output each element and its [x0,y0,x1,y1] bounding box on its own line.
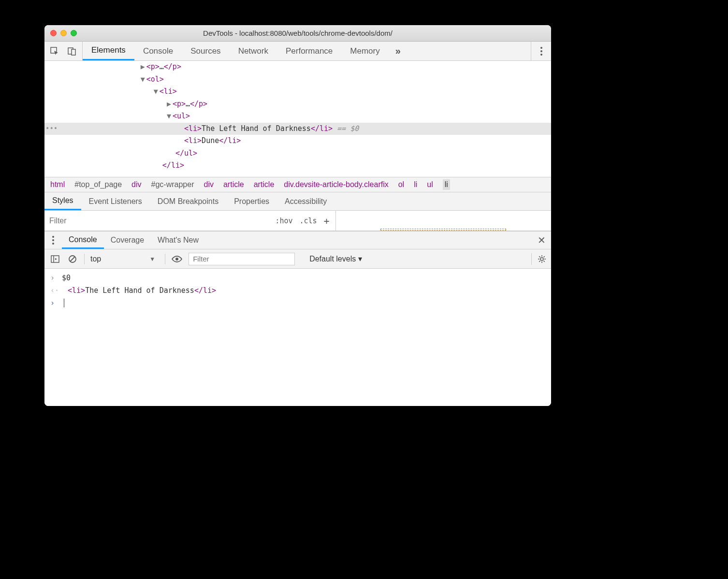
tag-open: <p> [146,62,160,71]
tab-dom-breakpoints[interactable]: DOM Breakpoints [150,192,226,210]
tab-accessibility[interactable]: Accessibility [277,192,335,210]
close-window-button[interactable] [50,30,57,36]
maximize-window-button[interactable] [71,30,77,36]
tab-styles[interactable]: Styles [44,192,81,210]
tree-arrow-icon[interactable]: ▶ [141,61,146,73]
tab-elements[interactable]: Elements [83,42,134,60]
console-input-text: $0 [62,274,71,282]
svg-point-6 [52,236,54,238]
svg-point-5 [540,54,542,56]
svg-point-13 [175,258,178,261]
log-levels-selector[interactable]: Default levels ▾ [309,254,362,263]
breadcrumb-item[interactable]: article [254,180,275,189]
tag-text: The Left Hand of Darkness [85,286,194,295]
tree-arrow-icon[interactable]: ▼ [141,73,146,86]
dom-tree-row[interactable]: ▶<p>…</p> [44,98,551,111]
breadcrumb: html#top_of_pagediv#gc-wrapperdivarticle… [44,177,551,192]
styles-filter-input[interactable] [44,211,269,231]
inspect-element-icon[interactable] [49,46,60,57]
tab-event-listeners[interactable]: Event Listeners [81,192,150,210]
clear-console-icon[interactable] [67,253,78,265]
devtools-window: DevTools - localhost:8080/web/tools/chro… [44,25,551,406]
execution-context-selector[interactable]: top ▼ [90,255,159,263]
console-filter-input[interactable] [189,253,295,265]
console-output[interactable]: › $0 ‹· <li>The Left Hand of Darkness</l… [44,269,551,406]
drawer-menu-button[interactable] [44,232,62,249]
breadcrumb-item[interactable]: li [414,180,417,189]
dom-tree-row[interactable]: ▼<ul> [44,110,551,123]
more-tabs-button[interactable]: » [389,42,408,60]
breadcrumb-item[interactable]: div [131,180,141,189]
live-expression-icon[interactable] [171,253,183,265]
tab-memory[interactable]: Memory [341,42,388,60]
svg-rect-2 [72,49,75,55]
tab-console[interactable]: Console [134,42,182,60]
context-label: top [90,255,101,263]
drawer-tabs: Console Coverage What's New ✕ [44,231,551,249]
hov-button[interactable]: :hov [275,217,292,225]
console-sidebar-toggle-icon[interactable] [49,253,61,265]
console-settings-icon[interactable] [531,253,546,265]
breadcrumb-item[interactable]: ol [398,180,404,189]
expand-arrow-icon[interactable]: › [50,274,57,282]
output-arrow-icon: ‹· [50,286,57,295]
styles-tabs: Styles Event Listeners DOM Breakpoints P… [44,192,551,211]
dom-tree-row[interactable]: ▶<p>…</p> [44,61,551,73]
svg-point-7 [52,239,54,241]
drawer-tab-console[interactable]: Console [62,232,104,249]
breadcrumb-item[interactable]: div.devsite-article-body.clearfix [284,180,388,189]
cls-button[interactable]: .cls [299,217,317,225]
dom-tree-row-selected[interactable]: ••• <li>The Left Hand of Darkness</li> =… [44,123,551,135]
breadcrumb-item[interactable]: li [443,179,450,190]
tag-open: <p> [173,100,186,108]
styles-filter-row: :hov .cls + [44,211,551,231]
svg-point-14 [540,258,543,261]
device-toolbar-icon[interactable] [67,46,77,57]
console-toolbar: top ▼ Default levels ▾ [44,249,551,269]
box-model-preview [336,211,551,231]
tree-arrow-icon[interactable]: ▶ [167,98,173,111]
dom-tree-row[interactable]: <li>Dune</li> [44,135,551,147]
dom-tree-row[interactable]: </li> [44,159,551,172]
tree-arrow-icon[interactable]: ▼ [154,86,160,98]
svg-point-8 [52,243,54,245]
breadcrumb-item[interactable]: html [50,180,65,189]
dom-tree-row[interactable]: </ul> [44,147,551,160]
breadcrumb-item[interactable]: article [223,180,244,189]
tag-open: <li> [68,286,85,295]
tab-sources[interactable]: Sources [182,42,229,60]
tab-properties[interactable]: Properties [226,192,277,210]
tag-open: <li> [160,87,177,96]
tag-close: </p> [164,62,181,71]
drawer-tab-coverage[interactable]: Coverage [104,232,151,249]
drawer-tab-whatsnew[interactable]: What's New [151,232,205,249]
dom-tree-row[interactable]: ▼<li> [44,86,551,98]
console-prompt-line[interactable]: › [44,297,551,309]
dom-tree-row[interactable]: ▼<ol> [44,73,551,86]
prompt-arrow-icon: › [50,299,57,307]
svg-point-3 [540,47,542,49]
tree-arrow-icon[interactable]: ▼ [167,110,173,123]
row-actions-icon[interactable]: ••• [45,123,58,134]
toolbar-divider [84,254,85,264]
node-text: The Left Hand of Darkness [202,124,311,133]
breadcrumb-item[interactable]: #gc-wrapper [151,180,194,189]
breadcrumb-item[interactable]: #top_of_page [74,180,122,189]
tag-close: </li> [311,124,333,133]
minimize-window-button[interactable] [60,30,67,36]
selected-node-ref: == $0 [333,124,359,133]
tag-close: </li> [194,286,216,295]
text-cursor [64,299,64,307]
tag-open: <ul> [173,112,190,120]
drawer-close-button[interactable]: ✕ [532,234,551,246]
tab-performance[interactable]: Performance [277,42,341,60]
tab-network[interactable]: Network [230,42,277,60]
breadcrumb-item[interactable]: div [204,180,214,189]
tag-close: </li> [219,136,241,145]
new-style-rule-button[interactable]: + [324,215,330,227]
dom-tree[interactable]: ▶<p>…</p> ▼<ol> ▼<li> ▶<p>…</p> ▼<ul>•••… [44,61,551,177]
node-text: Dune [202,136,219,145]
tag-open: <li> [184,136,202,145]
breadcrumb-item[interactable]: ul [427,180,433,189]
main-menu-button[interactable] [531,42,551,60]
